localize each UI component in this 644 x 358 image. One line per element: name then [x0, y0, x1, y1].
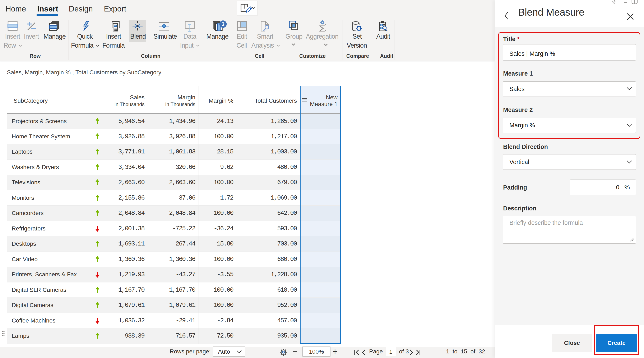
- svg-text:3: 3: [222, 21, 224, 27]
